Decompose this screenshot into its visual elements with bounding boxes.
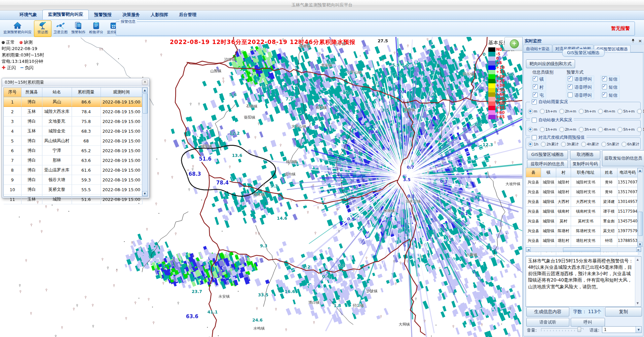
contact-row[interactable]: 兴业县城隍镇莫村莫村支书覃金彪1345754051 (526, 216, 638, 226)
checkbox-icon[interactable] (533, 92, 538, 97)
radio-option-6h累计[interactable]: 6h累计 (621, 142, 639, 147)
menu-tab-2[interactable]: 监测预警靶向叫应 (42, 10, 89, 19)
sms-checkbox-1[interactable]: 短信 (600, 76, 620, 83)
radio-option-2h+m[interactable]: 2h+m (559, 127, 576, 132)
radio-option-5h累计[interactable]: 5h累计 (601, 142, 619, 147)
checkbox-icon[interactable] (602, 84, 607, 89)
radio-icon[interactable] (601, 142, 606, 147)
copy-call-numbers-button[interactable]: 复制呼叫号码 (570, 160, 600, 168)
menu-tab-6[interactable]: 后台管理 (174, 10, 202, 19)
contact-row[interactable]: 兴业县城隍镇陈塘村陈塘村支书莫文绍1397757961 (526, 226, 638, 236)
radio-icon[interactable] (540, 127, 545, 132)
close-icon[interactable]: × (142, 80, 148, 85)
tool-satellite-button[interactable]: 卫星云图 (52, 20, 69, 37)
radio-option-5h+m[interactable]: 5h+m (617, 109, 635, 114)
level-checkbox-村[interactable]: 村 (531, 84, 546, 91)
radio-icon[interactable] (579, 127, 584, 132)
radio-icon[interactable] (598, 109, 603, 114)
level-checkbox-镇[interactable]: 镇 (531, 76, 546, 83)
checkbox-icon[interactable] (602, 92, 607, 97)
scroll-down-icon[interactable]: ▼ (638, 242, 642, 246)
radio-option-1h[interactable]: 1h (528, 142, 538, 147)
tool-clipboard-button[interactable]: 检验评分 (87, 20, 105, 37)
radio-option-2h累计[interactable]: 2h累计 (541, 142, 559, 147)
radio-icon[interactable] (637, 127, 642, 132)
rain-table-row[interactable]: 2玉林城隍大西水库78.42022-08-19 15:00 (4, 107, 142, 117)
rain-table-row[interactable]: 6博白宁潭65.22022-08-19 15:00 (4, 146, 142, 156)
checkbox-icon[interactable] (568, 92, 573, 97)
radio-icon[interactable] (559, 109, 564, 114)
contact-row[interactable]: 兴业县城隍镇城隍村城隍村支书黄铸1351769751 (526, 177, 638, 187)
cancel-select-button[interactable]: 取消圈选 (570, 150, 600, 159)
checkbox-icon[interactable] (602, 76, 607, 81)
rain-table-row[interactable]: 4玉林城隍金党68.32022-08-19 15:00 (4, 126, 142, 136)
radio-option-12h+m[interactable]: 12h+m (637, 109, 644, 114)
tool-radar-button[interactable]: 雷达图 (34, 20, 51, 37)
menu-tab-4[interactable]: 决策服务 (117, 10, 145, 19)
scrollbar-thumb[interactable] (563, 248, 601, 252)
slider-thumb[interactable] (577, 327, 581, 332)
radio-icon[interactable] (540, 109, 545, 114)
call-button[interactable]: 呼叫 (571, 318, 605, 327)
radio-option-4h+m[interactable]: 4h+m (598, 127, 615, 132)
contact-row[interactable]: 兴业县城隍镇镇南村镇南村支书谭于模1517759461 (526, 207, 638, 216)
level-checkbox-屯[interactable]: 屯 (531, 92, 546, 99)
extract-call-informers-button[interactable]: 提取呼叫的信息员 (527, 160, 568, 168)
radio-option-3h+m[interactable]: 3h+m (579, 127, 596, 132)
voice-preview-button[interactable]: 语音试听 (526, 318, 569, 327)
rain-table-row[interactable]: 8博白亚山温罗水库61.62022-08-19 15:00 (4, 165, 142, 175)
generate-message-button[interactable]: 生成信息内容 (526, 307, 569, 317)
voice-call-checkbox-1[interactable]: 语音呼叫 (566, 76, 594, 83)
radio-option-1h+m[interactable]: 1h+m (540, 109, 557, 114)
copy-button[interactable]: 复制 (605, 307, 642, 317)
rain-table-row[interactable]: 1博白凤山86.62022-08-19 15:00 (4, 97, 142, 107)
radio-option-3h累计[interactable]: 3h累计 (561, 142, 579, 147)
menu-tab-3[interactable]: 预警预报 (89, 10, 117, 19)
rain-table-row[interactable]: 3博白文地姜充75.82022-08-19 15:00 (4, 117, 142, 126)
contacts-col-1[interactable]: 县 (526, 168, 541, 177)
voice-call-checkbox-3[interactable]: 语音呼叫 (566, 92, 594, 99)
radio-icon[interactable] (581, 142, 586, 147)
group-checkbox-icon[interactable] (532, 118, 537, 123)
scroll-up-icon[interactable]: ▲ (635, 257, 640, 262)
message-scrollbar[interactable]: ▲ ▼ (635, 257, 640, 306)
rain-col-2[interactable]: 所属县 (21, 88, 42, 97)
panel-tab-1[interactable]: 自动站+雷达 (523, 45, 552, 52)
rain-col-3[interactable]: 站名 (42, 88, 72, 97)
contacts-hscrollbar[interactable]: ◄ ► (526, 247, 641, 252)
contacts-scrollbar[interactable]: ▲ ▼ (637, 168, 643, 247)
rain-window-titlebar[interactable]: 03时~15时累积雨量 × (2, 78, 149, 86)
radio-icon[interactable] (617, 127, 622, 132)
contacts-col-6[interactable]: 电话号码 (617, 168, 638, 177)
contacts-col-5[interactable]: 姓名 (601, 168, 617, 177)
warning-message-textarea[interactable]: 玉林市气象台19日5时15分发布暴雨橙色预警信号：4时以来兴业县城隍大西水库已出… (526, 256, 641, 307)
radio-option-1h+m[interactable]: 1h+m (540, 127, 557, 132)
scrollbar-thumb[interactable] (638, 212, 643, 236)
checkbox-icon[interactable] (533, 84, 538, 89)
voice-call-checkbox-2[interactable]: 语音呼叫 (566, 84, 594, 91)
tool-document-button[interactable]: 预警制作 (70, 20, 87, 37)
map-zoom-button[interactable]: + (504, 37, 522, 50)
group-checkbox-icon[interactable] (532, 99, 537, 104)
radio-icon[interactable] (528, 142, 533, 147)
gis-select-button[interactable]: GIS预警区域圈选 (527, 150, 568, 159)
volume-slider[interactable] (541, 327, 583, 332)
radio-icon[interactable] (559, 127, 564, 132)
radio-option-4h累计[interactable]: 4h累计 (581, 142, 599, 147)
contacts-col-2[interactable]: 镇 (541, 168, 556, 177)
radio-option-12h+m[interactable]: 12h+m (637, 127, 644, 132)
scroll-up-icon[interactable]: ▲ (142, 88, 147, 93)
checkbox-icon[interactable] (568, 84, 573, 89)
radio-option-4h+m[interactable]: 4h+m (598, 109, 615, 114)
radio-icon[interactable] (579, 109, 584, 114)
radio-option-5h+m[interactable]: 5h+m (617, 127, 635, 132)
rain-table-scrollbar[interactable]: ▲ ▼ (142, 88, 148, 196)
contact-row[interactable]: 兴业县城隍镇城隍村城隍村支书黄铸1351769751 (526, 187, 638, 197)
sms-checkbox-3[interactable]: 短信 (600, 92, 620, 99)
contact-row[interactable]: 兴业县城隍镇塘肚村塘肚村支书钟塔1378855341 (526, 236, 638, 246)
radio-icon[interactable] (528, 127, 533, 132)
scroll-left-icon[interactable]: ◄ (526, 247, 531, 252)
radio-option-2h+m[interactable]: 2h+m (559, 109, 576, 114)
radio-option-m[interactable]: m (528, 127, 537, 132)
rain-col-1[interactable]: 序号 (4, 88, 21, 97)
